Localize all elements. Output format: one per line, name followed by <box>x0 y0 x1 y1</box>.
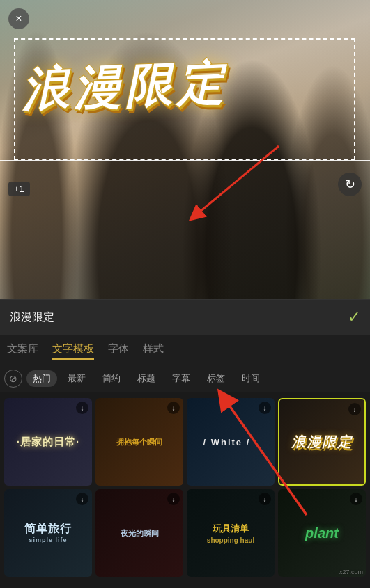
plus-one-label: +1 <box>14 184 24 194</box>
template-golden-label: 拥抱每个瞬间 <box>95 398 183 486</box>
watermark: x27.com <box>339 569 363 575</box>
filter-title[interactable]: 标题 <box>131 370 162 387</box>
tab-copywriting[interactable]: 文案库 <box>7 342 38 358</box>
watermark-text: x27.com <box>339 569 363 575</box>
filter-time[interactable]: 时间 <box>236 370 266 387</box>
text-input-bar: ✓ <box>0 299 370 335</box>
template-daily[interactable]: ↓ ·居家的日常· <box>4 398 92 486</box>
template-romance[interactable]: ↓ 浪漫限定 <box>278 398 366 486</box>
photo-overlay <box>0 0 370 299</box>
template-travel[interactable]: ↓ 简单旅行 simple life <box>4 489 92 577</box>
close-button[interactable]: × <box>8 8 29 29</box>
tab-text-template[interactable]: 文字模板 <box>52 342 94 358</box>
template-plant-label: plant <box>278 489 366 577</box>
tab-font[interactable]: 字体 <box>108 342 129 358</box>
filter-hot[interactable]: 热门 <box>26 370 57 387</box>
refresh-icon: ↻ <box>345 177 355 192</box>
filter-subtitle[interactable]: 字幕 <box>166 370 196 387</box>
tab-style[interactable]: 样式 <box>143 342 164 358</box>
template-grid: ↓ ·居家的日常· ↓ 拥抱每个瞬间 ↓ / White / · ↓ 浪漫限定 … <box>0 392 370 581</box>
plus-one-badge[interactable]: +1 <box>8 182 30 196</box>
template-plant[interactable]: ↓ plant x27.com <box>278 489 366 577</box>
close-icon: × <box>15 13 22 24</box>
template-white[interactable]: ↓ / White / · <box>187 398 275 486</box>
text-input[interactable] <box>10 311 341 324</box>
template-night[interactable]: ↓ 夜光的瞬间 <box>95 489 183 577</box>
horizontal-line <box>0 160 370 161</box>
ban-icon: ⊘ <box>9 373 17 384</box>
template-daily-label: ·居家的日常· <box>4 398 92 486</box>
main-overlay-text: 浪漫限定 <box>20 52 229 122</box>
confirm-button[interactable]: ✓ <box>348 308 360 326</box>
template-shopping[interactable]: ↓ 玩具清单 shopping haul <box>187 489 275 577</box>
filter-row: ⊘ 热门 最新 简约 标题 字幕 标签 时间 <box>0 365 370 392</box>
template-shopping-label: 玩具清单 shopping haul <box>187 489 275 577</box>
filter-simple[interactable]: 简约 <box>96 370 127 387</box>
template-golden[interactable]: ↓ 拥抱每个瞬间 <box>95 398 183 486</box>
refresh-button[interactable]: ↻ <box>338 173 362 196</box>
filter-ban-button[interactable]: ⊘ <box>4 370 22 388</box>
template-travel-label: 简单旅行 simple life <box>4 489 92 577</box>
template-romance-label: 浪漫限定 <box>279 399 364 484</box>
tabs-row: 文案库 文字模板 字体 样式 <box>0 335 370 365</box>
photo-area: 浪漫限定 × +1 ↻ <box>0 0 370 299</box>
template-night-label: 夜光的瞬间 <box>95 489 183 577</box>
filter-tag[interactable]: 标签 <box>201 370 231 387</box>
filter-newest[interactable]: 最新 <box>61 370 92 387</box>
template-white-label: / White / · <box>187 398 275 486</box>
